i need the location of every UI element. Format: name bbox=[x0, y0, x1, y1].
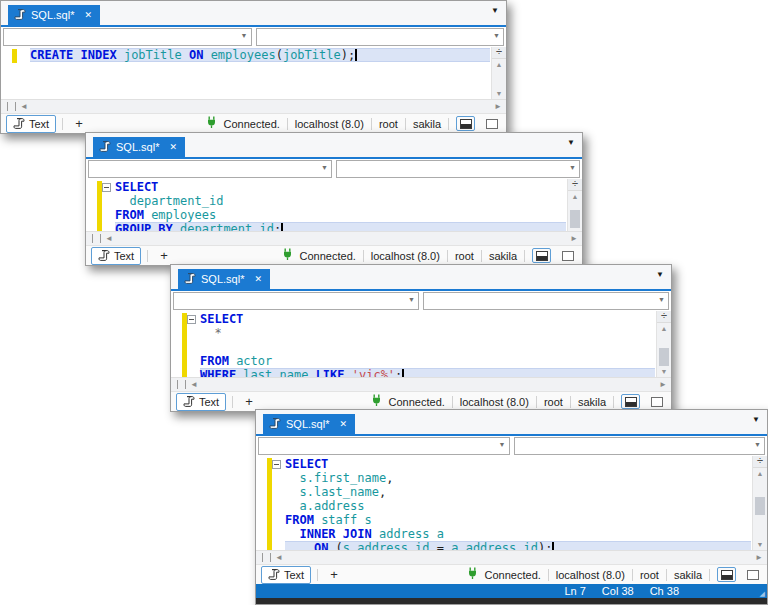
combo-left[interactable]: ▼ bbox=[173, 292, 419, 310]
scroll-left-icon[interactable]: ◄ bbox=[20, 102, 28, 111]
new-tab-button[interactable]: + bbox=[154, 248, 174, 263]
combo-left[interactable]: ▼ bbox=[3, 28, 252, 46]
scroll-left-icon[interactable]: ◄ bbox=[105, 234, 113, 243]
tab-sql-document[interactable]: SQL.sql*✕ bbox=[93, 137, 185, 157]
user-label[interactable]: root bbox=[455, 250, 474, 262]
combo-dropdown-icon[interactable]: ▼ bbox=[493, 32, 500, 39]
tab-close-icon[interactable]: ✕ bbox=[169, 143, 177, 152]
resize-grip-icon[interactable]: ◢ bbox=[760, 590, 765, 598]
text-mode-button[interactable]: Text bbox=[91, 247, 141, 265]
results-layout-box-button[interactable] bbox=[558, 248, 577, 263]
scrollbar-thumb[interactable] bbox=[659, 348, 669, 366]
results-layout-horizontal-button[interactable] bbox=[717, 567, 736, 582]
scroll-left-icon[interactable]: ◄ bbox=[190, 380, 198, 389]
tab-close-icon[interactable]: ✕ bbox=[254, 275, 262, 284]
tab-sql-document[interactable]: SQL.sql*✕ bbox=[263, 414, 355, 434]
scroll-up-icon[interactable]: ▲ bbox=[661, 323, 668, 334]
user-label[interactable]: root bbox=[640, 569, 659, 581]
vertical-scrollbar[interactable]: ÷▲▼ bbox=[656, 311, 671, 377]
combo-dropdown-icon[interactable]: ▼ bbox=[499, 441, 506, 448]
results-layout-box-button[interactable] bbox=[482, 116, 501, 131]
scroll-right-icon[interactable]: ► bbox=[570, 234, 578, 243]
results-layout-horizontal-button[interactable] bbox=[456, 116, 475, 131]
new-tab-button[interactable]: + bbox=[324, 567, 344, 582]
hscroll-splitter-grip[interactable] bbox=[92, 234, 101, 243]
tab-close-icon[interactable]: ✕ bbox=[84, 11, 92, 20]
text-mode-button[interactable]: Text bbox=[6, 115, 56, 133]
combo-right[interactable]: ▼ bbox=[514, 437, 766, 455]
combo-right[interactable]: ▼ bbox=[336, 160, 580, 178]
scrollbar-track[interactable] bbox=[568, 202, 582, 220]
results-layout-box-button[interactable] bbox=[743, 567, 762, 582]
tab-list-dropdown-icon[interactable]: ▼ bbox=[656, 270, 664, 279]
host-label[interactable]: localhost (8.0) bbox=[371, 250, 440, 262]
vertical-scrollbar[interactable]: ÷▲▼ bbox=[752, 456, 767, 550]
new-tab-button[interactable]: + bbox=[239, 394, 259, 409]
results-layout-horizontal-button[interactable] bbox=[621, 394, 640, 409]
fold-collapse-icon[interactable] bbox=[272, 460, 281, 469]
horizontal-scrollbar[interactable]: ◄► bbox=[86, 231, 582, 245]
host-label[interactable]: localhost (8.0) bbox=[460, 396, 529, 408]
database-label[interactable]: sakila bbox=[674, 569, 702, 581]
combo-left[interactable]: ▼ bbox=[88, 160, 332, 178]
sql-code-editor[interactable]: SELECT s.first_name, s.last_name, a.addr… bbox=[256, 456, 767, 550]
database-label[interactable]: sakila bbox=[578, 396, 606, 408]
text-mode-button[interactable]: Text bbox=[261, 566, 311, 584]
scroll-up-icon[interactable]: ▲ bbox=[757, 468, 764, 479]
horizontal-scrollbar[interactable]: ◄► bbox=[1, 99, 506, 113]
scroll-right-icon[interactable]: ► bbox=[755, 553, 763, 562]
tab-list-dropdown-icon[interactable]: ▼ bbox=[567, 138, 575, 147]
text-mode-button[interactable]: Text bbox=[176, 393, 226, 411]
scroll-down-icon[interactable]: ▼ bbox=[757, 539, 764, 550]
scroll-down-icon[interactable]: ▼ bbox=[496, 88, 503, 99]
combo-right[interactable]: ▼ bbox=[423, 292, 669, 310]
scroll-left-icon[interactable]: ◄ bbox=[275, 553, 283, 562]
vertical-scrollbar[interactable]: ÷▲▼ bbox=[491, 47, 506, 99]
scroll-up-icon[interactable]: ▲ bbox=[572, 191, 579, 202]
combo-dropdown-icon[interactable]: ▼ bbox=[321, 164, 328, 171]
split-editor-handle[interactable]: ÷ bbox=[657, 311, 671, 323]
scrollbar-thumb[interactable] bbox=[755, 497, 765, 515]
split-editor-handle[interactable]: ÷ bbox=[492, 47, 506, 59]
horizontal-scrollbar[interactable]: ◄► bbox=[171, 377, 671, 391]
scroll-right-icon[interactable]: ► bbox=[494, 102, 502, 111]
combo-dropdown-icon[interactable]: ▼ bbox=[241, 32, 248, 39]
tab-close-icon[interactable]: ✕ bbox=[339, 420, 347, 429]
tab-list-dropdown-icon[interactable]: ▼ bbox=[491, 6, 499, 15]
fold-collapse-icon[interactable] bbox=[187, 315, 196, 324]
sql-code-editor[interactable]: CREATE INDEX jobTitle ON employees(jobTi… bbox=[1, 47, 506, 99]
user-label[interactable]: root bbox=[379, 118, 398, 130]
user-label[interactable]: root bbox=[544, 396, 563, 408]
tab-sql-document[interactable]: SQL.sql*✕ bbox=[8, 5, 100, 25]
combo-dropdown-icon[interactable]: ▼ bbox=[754, 441, 761, 448]
scroll-down-icon[interactable]: ▼ bbox=[661, 366, 668, 377]
host-label[interactable]: localhost (8.0) bbox=[295, 118, 364, 130]
host-label[interactable]: localhost (8.0) bbox=[556, 569, 625, 581]
results-layout-box-button[interactable] bbox=[647, 394, 666, 409]
combo-dropdown-icon[interactable]: ▼ bbox=[408, 296, 415, 303]
combo-left[interactable]: ▼ bbox=[258, 437, 510, 455]
new-tab-button[interactable]: + bbox=[69, 116, 89, 131]
scrollbar-track[interactable] bbox=[753, 479, 767, 539]
split-editor-handle[interactable]: ÷ bbox=[753, 456, 767, 468]
sql-code-editor[interactable]: SELECT department_idFROM employeesGROUP … bbox=[86, 179, 582, 231]
results-layout-horizontal-button[interactable] bbox=[532, 248, 551, 263]
fold-collapse-icon[interactable] bbox=[102, 183, 111, 192]
database-label[interactable]: sakila bbox=[413, 118, 441, 130]
tab-list-dropdown-icon[interactable]: ▼ bbox=[752, 415, 760, 424]
split-editor-handle[interactable]: ÷ bbox=[568, 179, 582, 191]
combo-right[interactable]: ▼ bbox=[256, 28, 505, 46]
sql-code-editor[interactable]: SELECT *FROM actorWHERE last_name LIKE '… bbox=[171, 311, 671, 377]
tab-sql-document[interactable]: SQL.sql*✕ bbox=[178, 269, 270, 289]
horizontal-scrollbar[interactable]: ◄► bbox=[256, 550, 767, 564]
hscroll-splitter-grip[interactable] bbox=[7, 102, 16, 111]
scrollbar-thumb[interactable] bbox=[570, 210, 580, 228]
database-label[interactable]: sakila bbox=[489, 250, 517, 262]
combo-dropdown-icon[interactable]: ▼ bbox=[569, 164, 576, 171]
hscroll-splitter-grip[interactable] bbox=[262, 553, 271, 562]
scroll-up-icon[interactable]: ▲ bbox=[496, 59, 503, 70]
hscroll-splitter-grip[interactable] bbox=[177, 380, 186, 389]
scroll-right-icon[interactable]: ► bbox=[659, 380, 667, 389]
vertical-scrollbar[interactable]: ÷▲▼ bbox=[567, 179, 582, 231]
scrollbar-track[interactable] bbox=[492, 70, 506, 88]
